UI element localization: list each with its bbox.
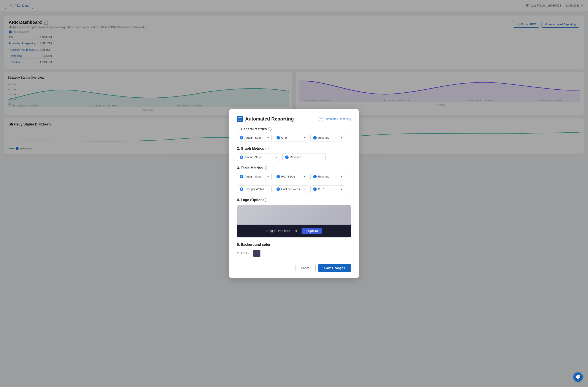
general-metrics-section: 1. General Metrics i f Amount Spent ▾ f …: [237, 127, 351, 142]
fb-icon-g2: f: [285, 156, 289, 159]
modal-title: Automated Reporting: [237, 116, 294, 122]
help-link[interactable]: ? Automated Reporting: [319, 117, 351, 121]
background-color-title: 5. Background color: [237, 243, 351, 247]
table-metrics-dropdowns-row2: f Cost per Websi... ▾ f Cost per Websi..…: [237, 185, 351, 193]
cancel-button[interactable]: Cancel: [295, 264, 316, 272]
fb-icon-t1: f: [240, 175, 243, 178]
fb-icon-t3: f: [313, 175, 317, 178]
graph-metrics-dropdowns: f Amount Spent ▾ f Revenue ▾: [237, 154, 351, 161]
upload-label: Upload: [308, 229, 318, 233]
table-metric-4-dropdown[interactable]: f Cost per Websi... ▾: [237, 185, 272, 193]
graph-metric-1-label: Amount Spent: [245, 156, 262, 159]
table-metrics-title: 3. Table Metrics i: [237, 166, 351, 170]
fb-icon-g1: f: [240, 156, 243, 159]
background-color-section: 5. Background color Edit Color:: [237, 243, 351, 257]
table-metric-6-label: CTR: [318, 187, 324, 191]
graph-metric-2-label: Revenue: [290, 156, 301, 159]
upload-button[interactable]: ↑ Upload: [302, 228, 322, 234]
fb-icon-3: f: [313, 136, 317, 140]
modal-footer: Cancel Save Changes: [237, 263, 351, 272]
modal-title-icon: [237, 116, 243, 122]
fb-icon-t5: f: [276, 187, 280, 191]
general-metric-1-dropdown[interactable]: f Amount Spent ▾: [237, 134, 272, 142]
chevron-down-icon-t6: ▾: [341, 188, 342, 191]
chevron-down-icon-t1: ▾: [267, 175, 269, 178]
chevron-down-icon-t5: ▾: [304, 188, 305, 191]
modal-overlay[interactable]: Automated Reporting ? Automated Reportin…: [0, 0, 588, 387]
or-text: -or-: [294, 229, 298, 233]
table-metric-5-label: Cost per Websi...: [281, 187, 303, 191]
graph-metrics-title: 2. Graph Metrics i: [237, 147, 351, 150]
table-metric-6-dropdown[interactable]: f CTR ▾: [310, 185, 345, 193]
svg-rect-14: [238, 120, 242, 121]
chevron-down-icon-g1: ▾: [276, 156, 277, 159]
table-metric-2-label: ROAS (All): [281, 175, 295, 178]
logo-section-title: 4. Logo (Optional): [237, 198, 351, 202]
general-metrics-title: 1. General Metrics i: [237, 127, 351, 131]
logo-section: 4. Logo (Optional) Drag & Drop here -or-…: [237, 198, 351, 238]
general-metric-2-label: CTR: [281, 136, 287, 139]
modal-title-text: Automated Reporting: [245, 116, 294, 122]
general-metric-1-label: Amount Spent: [245, 136, 262, 139]
drag-drop-text: Drag & Drop here: [266, 229, 290, 233]
chevron-down-icon-t2: ▾: [304, 175, 305, 178]
fb-icon-t4: f: [240, 187, 243, 191]
graph-metrics-section: 2. Graph Metrics i f Amount Spent ▾ f Re…: [237, 147, 351, 161]
help-link-label: Automated Reporting: [324, 117, 351, 121]
general-metric-2-dropdown[interactable]: f CTR ▾: [274, 134, 308, 142]
table-metric-3-dropdown[interactable]: f Revenue ▾: [310, 173, 345, 180]
graph-metrics-info-icon[interactable]: i: [265, 147, 269, 150]
table-metric-1-label: Amount Spent: [245, 175, 262, 178]
logo-preview: [237, 205, 351, 224]
modal-header: Automated Reporting ? Automated Reportin…: [237, 116, 351, 122]
table-metric-3-label: Revenue: [318, 175, 329, 178]
upload-arrow-icon: ↑: [305, 229, 307, 233]
help-circle-icon: ?: [319, 117, 323, 121]
chat-icon: 💬: [575, 374, 581, 380]
general-metric-3-dropdown[interactable]: f Revenue ▾: [310, 134, 345, 142]
logo-upload-area[interactable]: Drag & Drop here -or- ↑ Upload: [237, 205, 351, 238]
graph-metric-2-dropdown[interactable]: f Revenue ▾: [282, 154, 326, 161]
save-changes-button[interactable]: Save Changes: [318, 264, 351, 272]
color-row: Edit Color:: [237, 250, 351, 257]
chevron-down-icon-g2: ▾: [321, 156, 323, 159]
table-metric-1-dropdown[interactable]: f Amount Spent ▾: [237, 173, 272, 180]
general-metrics-dropdowns: f Amount Spent ▾ f CTR ▾ f Revenue ▾: [237, 134, 351, 142]
chevron-down-icon-t3: ▾: [341, 175, 342, 178]
automated-reporting-modal: Automated Reporting ? Automated Reportin…: [229, 109, 359, 278]
chevron-down-icon-2: ▾: [304, 136, 305, 139]
table-metric-5-dropdown[interactable]: f Cost per Websi... ▾: [274, 185, 308, 193]
fb-icon-t6: f: [313, 187, 317, 191]
table-metrics-info-icon[interactable]: i: [264, 166, 267, 170]
graph-metric-1-dropdown[interactable]: f Amount Spent ▾: [237, 154, 280, 161]
general-metric-3-label: Revenue: [318, 136, 329, 139]
svg-rect-13: [238, 119, 241, 119]
chevron-down-icon-3: ▾: [341, 136, 342, 139]
fb-icon-1: f: [240, 136, 243, 140]
logo-drop-bar: Drag & Drop here -or- ↑ Upload: [237, 224, 351, 237]
color-swatch[interactable]: [253, 250, 260, 257]
table-metric-4-label: Cost per Websi...: [245, 187, 266, 191]
chevron-down-icon-1: ▾: [267, 136, 269, 139]
general-metrics-info-icon[interactable]: i: [268, 127, 272, 131]
table-metrics-dropdowns-row1: f Amount Spent ▾ f ROAS (All) ▾ f Revenu…: [237, 173, 351, 180]
table-metric-2-dropdown[interactable]: f ROAS (All) ▾: [274, 173, 308, 180]
svg-rect-12: [238, 118, 242, 118]
chevron-down-icon-t4: ▾: [267, 188, 269, 191]
edit-color-label: Edit Color:: [237, 252, 250, 255]
table-metrics-section: 3. Table Metrics i f Amount Spent ▾ f RO…: [237, 166, 351, 193]
chat-bubble[interactable]: 💬: [573, 372, 583, 382]
fb-icon-t2: f: [276, 175, 280, 178]
fb-icon-2: f: [276, 136, 280, 140]
